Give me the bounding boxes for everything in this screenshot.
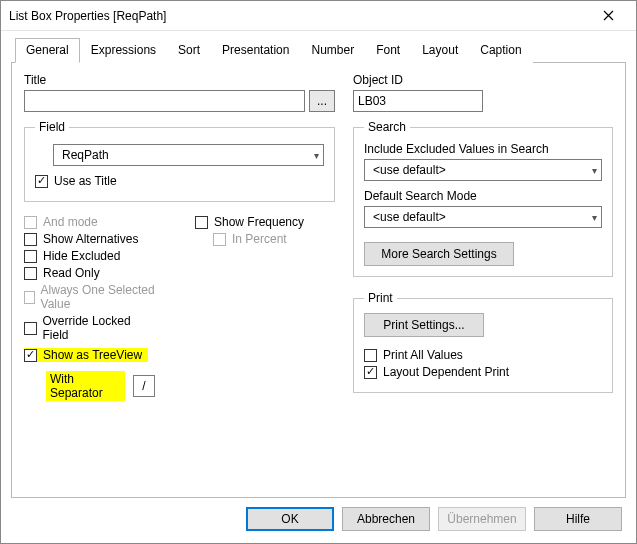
read-only-checkbox[interactable]: Read Only [24, 266, 155, 280]
hide-excluded-label: Hide Excluded [43, 249, 120, 263]
checkbox-icon [364, 366, 377, 379]
show-treeview-label: Show as TreeView [43, 348, 142, 362]
tab-strip: GeneralExpressionsSortPresentationNumber… [11, 37, 626, 63]
search-mode-combo[interactable]: <use default> ▾ [364, 206, 602, 228]
override-locked-checkbox[interactable]: Override Locked Field [24, 314, 155, 342]
read-only-label: Read Only [43, 266, 100, 280]
print-group: Print Print Settings... Print All Values… [353, 291, 613, 393]
print-legend: Print [364, 291, 397, 305]
tab-panel-general: Title ... Field ReqPath ▾ [11, 63, 626, 498]
show-treeview-checkbox[interactable]: Show as TreeView [24, 348, 148, 362]
show-alternatives-checkbox[interactable]: Show Alternatives [24, 232, 155, 246]
checkbox-icon [24, 349, 37, 362]
left-column: Title ... Field ReqPath ▾ [24, 73, 335, 487]
tab-number[interactable]: Number [300, 38, 365, 63]
checkbox-icon [213, 233, 226, 246]
dialog-button-row: OK Abbrechen Übernehmen Hilfe [1, 498, 636, 543]
title-input[interactable] [24, 90, 305, 112]
checkbox-icon [24, 267, 37, 280]
object-id-input[interactable] [353, 90, 483, 112]
close-button[interactable] [588, 2, 628, 30]
right-column: Object ID Search Include Excluded Values… [353, 73, 613, 487]
help-button[interactable]: Hilfe [534, 507, 622, 531]
layout-dependent-checkbox[interactable]: Layout Dependent Print [364, 365, 602, 379]
include-excluded-value: <use default> [373, 163, 446, 177]
include-excluded-combo[interactable]: <use default> ▾ [364, 159, 602, 181]
in-percent-label: In Percent [232, 232, 287, 246]
show-frequency-checkbox[interactable]: Show Frequency [195, 215, 335, 229]
checkbox-icon [24, 233, 37, 246]
search-group: Search Include Excluded Values in Search… [353, 120, 613, 277]
tab-font[interactable]: Font [365, 38, 411, 63]
tab-caption[interactable]: Caption [469, 38, 532, 63]
checkbox-icon [24, 250, 37, 263]
hide-excluded-checkbox[interactable]: Hide Excluded [24, 249, 155, 263]
checkbox-icon [24, 216, 37, 229]
and-mode-checkbox: And mode [24, 215, 155, 229]
title-browse-button[interactable]: ... [309, 90, 335, 112]
include-excluded-label: Include Excluded Values in Search [364, 142, 602, 156]
print-settings-button[interactable]: Print Settings... [364, 313, 484, 337]
field-combo-value: ReqPath [62, 148, 109, 162]
use-as-title-label: Use as Title [54, 174, 117, 188]
close-icon [603, 10, 614, 21]
layout-dependent-label: Layout Dependent Print [383, 365, 509, 379]
chevron-down-icon: ▾ [592, 165, 597, 176]
chevron-down-icon: ▾ [314, 150, 319, 161]
title-label: Title [24, 73, 335, 87]
checkbox-icon [24, 322, 37, 335]
titlebar: List Box Properties [ReqPath] [1, 1, 636, 31]
in-percent-checkbox: In Percent [213, 232, 335, 246]
show-frequency-label: Show Frequency [214, 215, 304, 229]
checkbox-icon [24, 291, 35, 304]
tab-sort[interactable]: Sort [167, 38, 211, 63]
field-legend: Field [35, 120, 69, 134]
show-alternatives-label: Show Alternatives [43, 232, 138, 246]
cancel-button[interactable]: Abbrechen [342, 507, 430, 531]
separator-input[interactable] [133, 375, 155, 397]
use-as-title-checkbox[interactable]: Use as Title [35, 174, 324, 188]
checkbox-icon [195, 216, 208, 229]
object-id-label: Object ID [353, 73, 613, 87]
always-one-label: Always One Selected Value [41, 283, 155, 311]
search-mode-value: <use default> [373, 210, 446, 224]
checkbox-icon [35, 175, 48, 188]
apply-button: Übernehmen [438, 507, 526, 531]
window-title: List Box Properties [ReqPath] [9, 9, 588, 23]
more-search-settings-button[interactable]: More Search Settings [364, 242, 514, 266]
chevron-down-icon: ▾ [592, 212, 597, 223]
separator-label: With Separator [46, 371, 125, 401]
dialog-window: List Box Properties [ReqPath] GeneralExp… [0, 0, 637, 544]
ok-button[interactable]: OK [246, 507, 334, 531]
ellipsis-icon: ... [317, 94, 327, 108]
print-all-checkbox[interactable]: Print All Values [364, 348, 602, 362]
checkbox-icon [364, 349, 377, 362]
search-legend: Search [364, 120, 410, 134]
tab-general[interactable]: General [15, 38, 80, 63]
search-mode-label: Default Search Mode [364, 189, 602, 203]
tab-expressions[interactable]: Expressions [80, 38, 167, 63]
field-group: Field ReqPath ▾ Use as Title [24, 120, 335, 202]
override-locked-label: Override Locked Field [43, 314, 155, 342]
tab-layout[interactable]: Layout [411, 38, 469, 63]
tab-presentation[interactable]: Presentation [211, 38, 300, 63]
always-one-checkbox: Always One Selected Value [24, 283, 155, 311]
and-mode-label: And mode [43, 215, 98, 229]
print-all-label: Print All Values [383, 348, 463, 362]
field-combo[interactable]: ReqPath ▾ [53, 144, 324, 166]
